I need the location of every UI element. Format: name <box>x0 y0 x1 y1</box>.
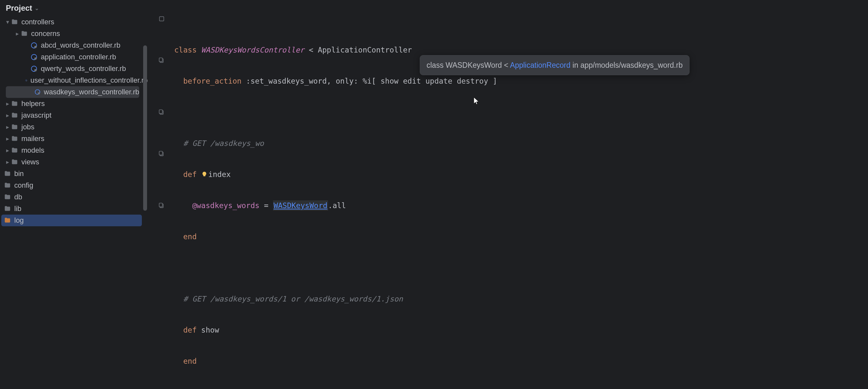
tree-folder-config[interactable]: config <box>1 179 148 191</box>
tree-folder-concerns[interactable]: concerns <box>1 28 148 39</box>
tree-folder-bin[interactable]: bin <box>1 168 148 179</box>
svg-rect-20 <box>159 203 163 207</box>
tree-label: jobs <box>21 123 34 131</box>
tree-label: controllers <box>21 18 54 26</box>
chevron-right-icon[interactable] <box>4 123 11 131</box>
chevron-right-icon[interactable] <box>4 100 11 107</box>
folder-icon <box>4 194 11 201</box>
folder-icon <box>11 19 18 26</box>
tree-file-qwerty[interactable]: qwerty_words_controller.rb <box>1 63 148 75</box>
project-dropdown[interactable]: Project ⌄ <box>0 1 45 15</box>
tree-label: javascript <box>21 111 52 120</box>
chevron-right-icon[interactable] <box>4 159 11 166</box>
quick-doc-tooltip: class WASDKeysWord < ApplicationRecord i… <box>420 55 689 75</box>
tree-file-user-without-inflections[interactable]: user_without_inflections_controller.rb <box>1 75 148 86</box>
svg-rect-18 <box>159 151 163 155</box>
tree-label: models <box>21 146 44 155</box>
tree-file-application[interactable]: application_controller.rb <box>1 51 148 63</box>
ruby-file-icon <box>34 88 41 95</box>
tree-folder-db[interactable]: db <box>1 191 148 203</box>
code-content[interactable]: class WASDKeysWordsController < Applicat… <box>174 16 868 389</box>
copy-icon[interactable] <box>149 148 174 159</box>
svg-rect-16 <box>159 110 163 114</box>
tree-label: concerns <box>31 29 60 38</box>
svg-point-9 <box>37 92 40 95</box>
tree-label: log <box>14 216 24 225</box>
ruby-file-icon <box>30 65 37 72</box>
tree-folder-controllers[interactable]: controllers <box>1 16 148 28</box>
copy-icon[interactable] <box>149 55 174 65</box>
folder-excluded-icon <box>4 217 11 224</box>
folder-icon <box>11 135 18 142</box>
folder-icon <box>11 100 18 107</box>
tree-label: bin <box>14 170 24 178</box>
tree-label: mailers <box>21 135 44 143</box>
folder-icon <box>4 170 11 177</box>
ruby-file-icon <box>25 77 27 84</box>
project-tree[interactable]: controllers concerns abcd_words_controll… <box>0 16 149 389</box>
scrollbar-thumb[interactable] <box>143 46 147 211</box>
tree-label: config <box>14 181 33 190</box>
tree-folder-views[interactable]: views <box>1 156 148 168</box>
svg-point-1 <box>34 46 37 48</box>
tree-folder-jobs[interactable]: jobs <box>1 121 148 133</box>
chevron-down-icon[interactable] <box>4 19 11 26</box>
folder-icon <box>4 182 11 189</box>
tree-label: abcd_words_controller.rb <box>41 41 121 50</box>
folder-icon <box>21 30 28 37</box>
folder-icon <box>11 147 18 154</box>
svg-rect-12 <box>159 17 163 21</box>
structure-icon[interactable] <box>149 16 174 24</box>
chevron-right-icon[interactable] <box>4 135 11 142</box>
tree-label: qwerty_words_controller.rb <box>41 64 126 73</box>
folder-icon <box>11 112 18 119</box>
folder-icon <box>11 159 18 166</box>
svg-point-7 <box>26 80 27 81</box>
copy-icon[interactable] <box>149 107 174 117</box>
tree-folder-log[interactable]: log <box>1 215 142 226</box>
copy-icon[interactable] <box>149 200 174 211</box>
svg-rect-14 <box>159 58 163 62</box>
tree-label: application_controller.rb <box>41 53 116 61</box>
class-reference-link[interactable]: WASDKeysWord <box>273 200 328 211</box>
svg-point-5 <box>34 69 37 71</box>
folder-icon <box>11 123 18 131</box>
lightbulb-icon[interactable] <box>201 171 208 178</box>
chevron-right-icon[interactable] <box>4 147 11 154</box>
tree-folder-javascript[interactable]: javascript <box>1 110 148 121</box>
tooltip-link[interactable]: ApplicationRecord <box>510 61 571 70</box>
tree-label: wasdkeys_words_controller.rb <box>44 88 139 96</box>
tree-label: views <box>21 158 39 166</box>
tree-folder-models[interactable]: models <box>1 145 148 156</box>
tree-label: db <box>14 193 22 201</box>
tree-label: helpers <box>21 100 45 108</box>
project-label: Project <box>6 4 32 12</box>
svg-point-3 <box>34 57 37 60</box>
tree-file-wasdkeys[interactable]: wasdkeys_words_controller.rb <box>6 86 139 98</box>
ruby-file-icon <box>30 54 37 61</box>
tree-label: lib <box>14 204 21 213</box>
code-editor[interactable]: class WASDKeysWordsController < Applicat… <box>149 16 868 389</box>
tree-folder-lib[interactable]: lib <box>1 203 148 215</box>
chevron-right-icon[interactable] <box>13 30 21 37</box>
tree-folder-helpers[interactable]: helpers <box>1 98 148 110</box>
tree-label: user_without_inflections_controller.rb <box>30 76 148 85</box>
tree-folder-mailers[interactable]: mailers <box>1 133 148 145</box>
gutter <box>149 16 174 389</box>
chevron-right-icon[interactable] <box>4 112 11 119</box>
ruby-file-icon <box>30 42 37 49</box>
chevron-down-icon: ⌄ <box>35 5 39 11</box>
folder-icon <box>4 205 11 212</box>
tree-file-abcd[interactable]: abcd_words_controller.rb <box>1 39 148 51</box>
